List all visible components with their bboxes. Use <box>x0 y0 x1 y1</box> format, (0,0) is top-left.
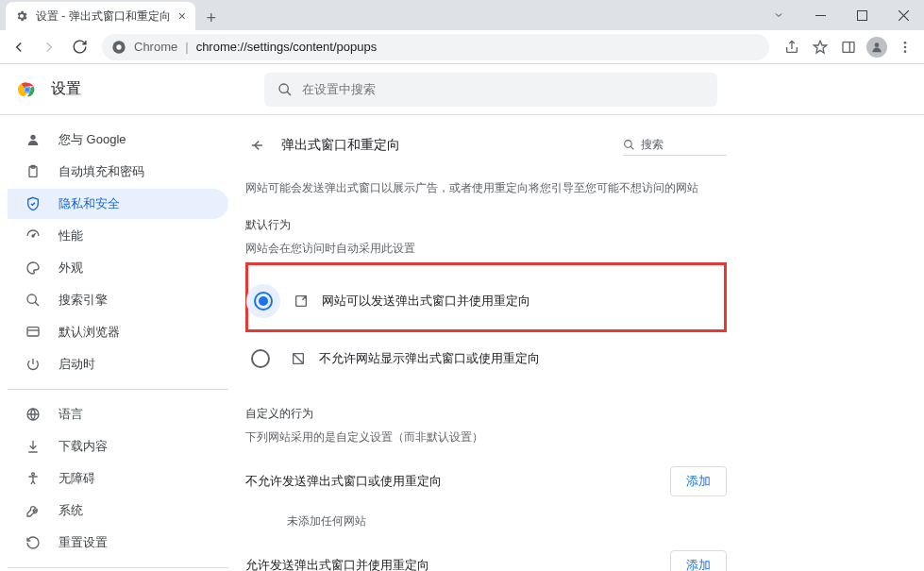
sidebar-item-system[interactable]: 系统 <box>8 495 228 526</box>
share-icon[interactable] <box>779 34 805 60</box>
bookmark-icon[interactable] <box>807 34 833 60</box>
svg-point-18 <box>32 235 34 237</box>
url-path: chrome://settings/content/popups <box>196 40 378 54</box>
power-icon <box>25 357 42 372</box>
sidebar-item-reset[interactable]: 重置设置 <box>8 528 228 558</box>
chrome-icon <box>111 40 126 55</box>
search-icon <box>25 293 42 308</box>
svg-point-19 <box>27 294 36 303</box>
svg-rect-4 <box>843 42 854 52</box>
settings-header: 设置 <box>0 64 924 115</box>
sidebar-item-privacy[interactable]: 隐私和安全 <box>8 189 228 219</box>
window-dropdown[interactable] <box>758 0 799 30</box>
search-icon <box>277 82 293 97</box>
sidebar-item-accessibility[interactable]: 无障碍 <box>8 463 228 494</box>
globe-icon <box>25 407 42 422</box>
svg-line-14 <box>287 92 291 95</box>
sidebar-item-on-startup[interactable]: 启动时 <box>8 349 228 379</box>
window-maximize[interactable] <box>841 0 882 30</box>
gear-icon <box>15 9 28 23</box>
back-button[interactable] <box>6 34 32 60</box>
reload-button[interactable] <box>66 34 92 60</box>
url-scheme: Chrome <box>134 40 177 54</box>
reset-icon <box>25 535 42 550</box>
add-allow-site-button[interactable]: 添加 <box>670 550 727 571</box>
sidepanel-icon[interactable] <box>835 34 862 60</box>
window-controls <box>758 0 924 30</box>
window-close[interactable] <box>882 0 924 30</box>
sidebar-item-downloads[interactable]: 下载内容 <box>8 431 228 462</box>
add-block-site-button[interactable]: 添加 <box>670 466 727 496</box>
svg-point-6 <box>875 42 880 47</box>
svg-point-13 <box>279 84 288 92</box>
sidebar-item-performance[interactable]: 性能 <box>8 221 228 251</box>
download-icon <box>25 439 42 454</box>
default-behavior-title: 默认行为 <box>245 217 727 233</box>
default-behavior-sub: 网站会在您访问时自动采用此设置 <box>245 241 727 257</box>
sidebar-item-default-browser[interactable]: 默认浏览器 <box>8 317 228 347</box>
settings-search[interactable] <box>264 73 717 107</box>
page-title: 弹出式窗口和重定向 <box>281 137 610 154</box>
custom-behavior-title: 自定义的行为 <box>245 406 727 422</box>
svg-line-31 <box>294 354 304 364</box>
svg-point-24 <box>32 473 35 476</box>
svg-line-28 <box>630 146 633 149</box>
back-arrow-button[interactable] <box>245 134 268 157</box>
svg-line-20 <box>35 302 39 306</box>
browser-titlebar: 设置 - 弹出式窗口和重定向 × + <box>0 0 924 30</box>
settings-content: 弹出式窗口和重定向 搜索 网站可能会发送弹出式窗口以展示广告，或者使用重定向将您… <box>236 115 924 571</box>
page-search[interactable]: 搜索 <box>623 135 727 156</box>
settings-search-input[interactable] <box>302 82 704 96</box>
popup-block-icon <box>291 351 306 366</box>
svg-point-15 <box>30 135 35 140</box>
sidebar-item-search-engine[interactable]: 搜索引擎 <box>8 285 228 315</box>
highlight-annotation: 网站可以发送弹出式窗口并使用重定向 <box>245 262 727 332</box>
sidebar-item-you-and-google[interactable]: 您与 Google <box>8 125 228 155</box>
radio-unselected-icon <box>251 349 270 368</box>
forward-button[interactable] <box>36 34 62 60</box>
block-empty-text: 未添加任何网站 <box>287 513 727 529</box>
sidebar-divider <box>8 567 228 568</box>
shield-icon <box>25 196 42 211</box>
sidebar-item-languages[interactable]: 语言 <box>8 399 228 429</box>
tab-close-icon[interactable]: × <box>178 8 186 24</box>
block-section-title: 不允许发送弹出式窗口或使用重定向 <box>245 473 442 490</box>
sidebar-divider <box>8 389 228 390</box>
chrome-logo-icon <box>17 79 38 100</box>
svg-point-8 <box>904 45 907 48</box>
custom-behavior-sub: 下列网站采用的是自定义设置（而非默认设置） <box>245 429 727 445</box>
svg-rect-21 <box>27 327 39 336</box>
speedometer-icon <box>25 228 42 244</box>
svg-rect-0 <box>815 15 826 16</box>
radio-option-block[interactable]: 不允许网站显示弹出式窗口或使用重定向 <box>245 340 727 378</box>
svg-point-7 <box>904 42 907 44</box>
popup-allow-icon <box>294 294 309 309</box>
sidebar-item-autofill[interactable]: 自动填充和密码 <box>8 157 228 187</box>
browser-toolbar: Chrome | chrome://settings/content/popup… <box>0 30 924 64</box>
menu-icon[interactable] <box>892 34 918 60</box>
person-icon <box>25 132 42 147</box>
palette-icon <box>25 260 42 276</box>
browser-icon <box>25 325 42 340</box>
address-bar[interactable]: Chrome | chrome://settings/content/popup… <box>102 34 769 60</box>
settings-title: 设置 <box>51 79 81 99</box>
new-tab-button[interactable]: + <box>199 6 224 30</box>
svg-point-27 <box>625 141 632 148</box>
svg-point-9 <box>904 50 907 53</box>
clipboard-icon <box>25 164 42 179</box>
settings-sidebar: 您与 Google 自动填充和密码 隐私和安全 性能 外观 搜索引擎 默认浏览器… <box>0 115 236 571</box>
tab-title: 设置 - 弹出式窗口和重定向 <box>36 8 171 25</box>
search-icon <box>623 139 635 151</box>
svg-point-3 <box>116 44 121 49</box>
sidebar-item-appearance[interactable]: 外观 <box>8 253 228 283</box>
accessibility-icon <box>25 471 42 486</box>
browser-tab[interactable]: 设置 - 弹出式窗口和重定向 × <box>6 2 195 30</box>
radio-selected-icon <box>254 292 273 311</box>
page-description: 网站可能会发送弹出式窗口以展示广告，或者使用重定向将您引导至您可能不想访问的网站 <box>245 179 727 196</box>
wrench-icon <box>25 503 42 518</box>
allow-section-title: 允许发送弹出式窗口并使用重定向 <box>245 557 429 571</box>
profile-avatar[interactable] <box>864 34 890 60</box>
svg-rect-1 <box>857 10 866 20</box>
window-minimize[interactable] <box>799 0 841 30</box>
radio-option-allow[interactable]: 网站可以发送弹出式窗口并使用重定向 <box>248 275 718 327</box>
